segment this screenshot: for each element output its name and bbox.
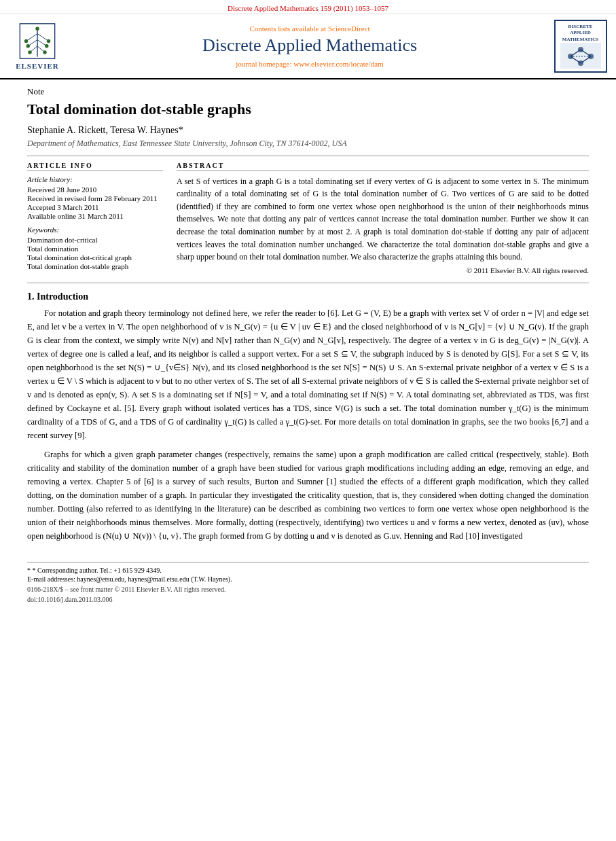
- dam-cover-image: DISCRETEAPPLIEDMATHEMATICS: [554, 20, 607, 73]
- corresponding-footnote: * * Corresponding author. Tel.: +1 615 9…: [27, 567, 589, 574]
- intro-paragraph-2: Graphs for which a given graph parameter…: [27, 448, 589, 543]
- journal-homepage-line: journal homepage: www.elsevier.com/locat…: [236, 60, 383, 68]
- keyword-3: Total domination dot-critical graph: [27, 253, 163, 262]
- svg-point-10: [26, 44, 30, 48]
- svg-point-11: [45, 44, 49, 48]
- note-label: Note: [27, 86, 589, 97]
- svg-line-2: [26, 34, 37, 41]
- email-footnote: E-mail addresses: haynes@etsu.edu, hayne…: [27, 575, 589, 583]
- affiliation: Department of Mathematics, East Tennesse…: [27, 139, 589, 149]
- history-accepted: Accepted 3 March 2011: [27, 203, 163, 211]
- journal-title-area: Contents lists available at ScienceDirec…: [68, 20, 551, 73]
- svg-point-14: [35, 26, 39, 31]
- journal-banner: Discrete Applied Mathematics 159 (2011) …: [0, 0, 616, 14]
- abstract-heading: ABSTRACT: [177, 162, 589, 171]
- svg-point-8: [24, 39, 29, 43]
- svg-point-9: [47, 39, 51, 43]
- homepage-url[interactable]: www.elsevier.com/locate/dam: [293, 60, 383, 68]
- svg-point-13: [43, 50, 47, 54]
- sciencedirect-label: Contents lists available at ScienceDirec…: [249, 24, 369, 33]
- legal-text: 0166-218X/$ – see front matter © 2011 El…: [27, 586, 589, 593]
- intro-paragraph-1: For notation and graph theory terminolog…: [27, 306, 589, 442]
- author-names: Stephanie A. Rickett, Teresa W. Haynes*: [27, 125, 183, 135]
- main-content: Note Total domination dot-stable graphs …: [0, 79, 616, 555]
- journal-title: Discrete Applied Mathematics: [202, 35, 417, 56]
- elsevier-tree-icon: [17, 22, 58, 60]
- sciencedirect-link-text[interactable]: ScienceDirect: [328, 24, 370, 33]
- doi-text: doi:10.1016/j.dam.2011.03.006: [27, 596, 589, 603]
- elsevier-wordmark: ELSEVIER: [16, 62, 59, 70]
- article-info-abstract: ARTICLE INFO Article history: Received 2…: [27, 162, 589, 274]
- keywords-label: Keywords:: [27, 226, 163, 234]
- keyword-4: Total domination dot-stable graph: [27, 262, 163, 270]
- history-received: Received 28 June 2010: [27, 185, 163, 194]
- article-info-panel: ARTICLE INFO Article history: Received 2…: [27, 162, 163, 274]
- journal-header: ELSEVIER Contents lists available at Sci…: [0, 14, 616, 79]
- svg-point-12: [28, 50, 32, 54]
- paper-title: Total domination dot-stable graphs: [27, 100, 589, 120]
- history-label: Article history:: [27, 175, 163, 183]
- dam-logo-box: DISCRETEAPPLIEDMATHEMATICS: [551, 20, 609, 73]
- page-footer: * * Corresponding author. Tel.: +1 615 9…: [27, 562, 589, 606]
- copyright-line: © 2011 Elsevier B.V. All rights reserved…: [177, 266, 589, 274]
- keyword-2: Total domination: [27, 245, 163, 253]
- authors-line: Stephanie A. Rickett, Teresa W. Haynes*: [27, 125, 589, 136]
- dam-cover-graphic: [560, 43, 601, 69]
- elsevier-logo: ELSEVIER: [16, 22, 59, 70]
- section-1-title: 1. Introduction: [27, 291, 589, 302]
- keyword-1: Domination dot-critical: [27, 236, 163, 244]
- svg-line-3: [37, 34, 49, 41]
- elsevier-logo-container: ELSEVIER: [7, 20, 68, 73]
- history-online: Available online 31 March 2011: [27, 212, 163, 220]
- abstract-panel: ABSTRACT A set S of vertices in a graph …: [177, 162, 589, 274]
- banner-text: Discrete Applied Mathematics 159 (2011) …: [228, 4, 388, 12]
- history-revised: Received in revised form 28 February 201…: [27, 194, 163, 202]
- article-info-heading: ARTICLE INFO: [27, 162, 163, 171]
- star-icon: *: [27, 567, 31, 574]
- divider-2: [27, 283, 589, 283]
- divider-1: [27, 156, 589, 156]
- abstract-text: A set S of vertices in a graph G is a to…: [177, 175, 589, 264]
